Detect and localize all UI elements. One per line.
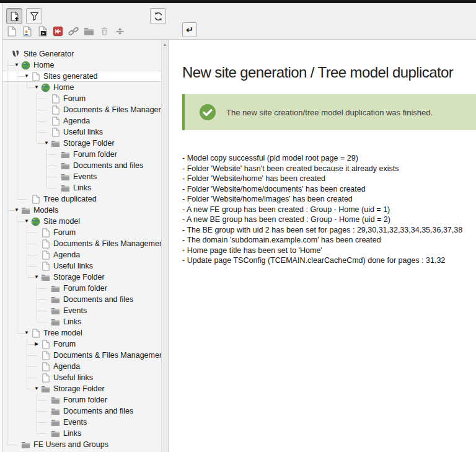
tree-item-label: Links [73,184,91,192]
tree-item[interactable]: ▼Sites generated [0,71,168,82]
tree-item[interactable]: ▼Home [0,82,168,93]
tree-item[interactable]: Links [0,182,168,193]
folder-icon [51,418,60,427]
tree-item[interactable]: Documents & Files Management [0,104,168,115]
tree-item[interactable]: Events [0,305,168,316]
tree-item-label: Useful links [53,373,93,382]
folder-icon [61,172,70,182]
collapse-toggle-icon[interactable]: ▼ [22,216,31,227]
generation-log: - Model copy successful (pid model root … [182,153,476,266]
collapse-toggle-icon[interactable]: ▼ [22,71,31,82]
drag-new-shortcut-page-icon[interactable] [37,26,48,37]
tree-item-label: Agenda [53,362,80,371]
drag-new-folder-icon[interactable] [84,26,94,37]
tree-item-label: Forum folder [63,396,107,404]
tree-item[interactable]: Documents & Files Management [0,350,168,361]
tree-item[interactable]: Forum [0,93,168,104]
tree-item[interactable]: Agenda [0,361,168,372]
tree-item[interactable]: ▼Models [0,205,168,216]
refresh-button[interactable] [150,8,166,24]
new-page-icon [9,11,20,22]
tree-item[interactable]: Documents & Files Management [0,238,168,249]
tree-item-label: Forum folder [73,150,117,159]
tree-item-label: Storage Folder [53,273,105,281]
tree-item[interactable]: Site Generator [0,48,168,60]
tree-item[interactable]: Forum [0,227,168,238]
tree-item[interactable]: ▶Forum [0,339,168,350]
tree-item[interactable]: Links [0,316,168,327]
tree-item-label: Storage Folder [53,384,105,393]
tree-item[interactable]: ▼Tree model [0,327,168,339]
tree-item[interactable]: Agenda [0,249,168,260]
tree-item-label: Agenda [53,250,80,259]
collapse-toggle-icon[interactable]: ▼ [32,383,41,394]
folder-icon [41,384,50,394]
tree-item-label: Forum [53,340,76,348]
tree-item-label: Sites generated [43,72,98,81]
window-left-edge [0,3,2,452]
new-page-button[interactable] [6,8,22,24]
tree-item[interactable]: Links [0,428,168,439]
drag-new-besection-page-icon[interactable] [22,26,32,37]
collapse-toggle-icon[interactable]: ▼ [32,272,41,283]
filter-button[interactable] [26,8,42,24]
log-line: - The BE group with uid 2 has been set f… [182,225,476,236]
tree-item-label: Links [63,429,81,438]
page-icon [41,228,50,237]
drag-recycler-icon[interactable] [99,26,110,37]
collapse-toggle-icon[interactable]: ▼ [12,205,21,216]
collapse-toggle-icon[interactable]: ▼ [12,60,21,71]
tree-item[interactable]: Useful links [0,126,168,138]
tree-item[interactable]: Forum folder [0,149,168,160]
tree-item[interactable]: Events [0,171,168,182]
folder-icon [51,306,60,316]
page-icon [51,94,60,104]
pagetree-toolbar: ↵ [0,3,476,40]
tree-item-label: Storage Folder [63,139,115,148]
tree-item[interactable]: ▼Storage Folder [0,138,168,149]
tree-item[interactable]: Agenda [0,115,168,126]
drag-new-page-icon[interactable] [6,26,17,37]
folder-icon [51,295,60,304]
collapse-toggle-icon[interactable]: ▼ [42,138,51,149]
tree-item-label: Site Generator [24,50,74,58]
tree-item-label: Tree duplicated [43,195,97,203]
tree-item[interactable]: Documents and files [0,294,168,305]
page-tree: Site Generator▼Home▼Sites generated▼Home… [0,40,168,450]
tree-item-label: Useful links [53,262,93,270]
expand-toggle-icon[interactable]: ▶ [32,339,41,350]
log-line: - Folder 'Website/home/images' has been … [182,194,476,205]
page-icon [41,351,50,360]
collapse-toggle-icon[interactable]: ▼ [32,82,41,93]
folder-icon [61,150,70,159]
folder-icon [21,206,30,215]
log-line: - Home page title has been set to 'Home' [182,246,476,256]
drag-divider-icon[interactable] [115,26,125,37]
tree-item-label: Documents and files [73,161,143,170]
tree-item[interactable]: Tree duplicated [0,193,168,205]
drag-new-link-icon[interactable] [68,26,79,37]
page-icon [31,72,40,81]
return-button[interactable]: ↵ [182,22,197,37]
tree-item-label: Forum [63,94,86,103]
tree-item[interactable]: ▼Site model [0,216,168,227]
tree-item[interactable]: Forum folder [0,283,168,294]
tree-item[interactable]: ▼Storage Folder [0,383,168,394]
tree-item[interactable]: Documents and files [0,405,168,417]
tree-item[interactable]: Documents and files [0,160,168,171]
page-icon [51,105,60,115]
drag-new-external-url-page-icon[interactable] [53,26,63,37]
tree-item[interactable]: Useful links [0,260,168,272]
tree-item[interactable]: Events [0,417,168,428]
tree-item[interactable]: ▼Home [0,60,168,71]
scroll-up-icon[interactable]: ▲ [162,40,168,47]
folder-icon [51,396,60,405]
tree-item[interactable]: Useful links [0,372,168,383]
tree-item[interactable]: ▼Storage Folder [0,272,168,283]
collapse-toggle-icon[interactable]: ▼ [22,327,31,339]
log-line: - A new BE group has been created : Grou… [182,215,476,225]
tree-item[interactable]: FE Users and Groups [0,439,168,450]
tree-item[interactable]: Forum folder [0,394,168,405]
page-icon [51,117,60,126]
tree-scrollbar[interactable]: ▲ [161,40,168,452]
